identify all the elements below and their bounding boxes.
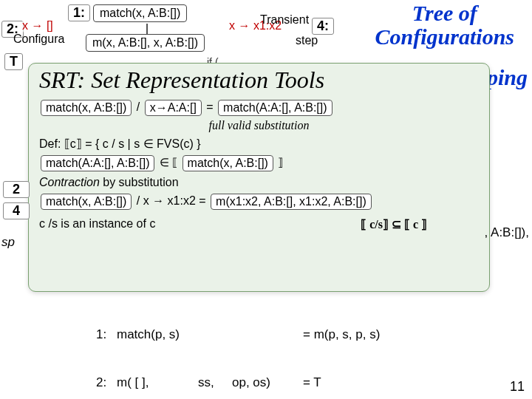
node-number-1: 1:: [68, 4, 90, 21]
rule-rhs: = m(p, s, p, s): [303, 327, 380, 343]
rule-num: 2:: [96, 375, 117, 391]
config-m: m(x, A:B:[], x, A:B:[]): [86, 34, 205, 52]
config-match-x: match(x, A:B:[]): [93, 4, 187, 22]
full-valid-sub-label: full valid substitution: [208, 119, 309, 132]
slash-2: /: [137, 194, 140, 207]
chip-m-result: m(x1:x2, A:B:[], x1:x2, A:B:[]): [211, 194, 372, 210]
rule-lhs-b: ss,: [198, 375, 232, 391]
sub-x-x1x2: x → x1:x2: [143, 194, 196, 207]
heading-fragment-ping: ping: [487, 65, 528, 90]
c-over-s-instance: c /s is an instance of c: [39, 217, 155, 231]
sp-label: sp: [1, 235, 15, 250]
srt-instance-line: c /s is an instance of c ⟦ c/s⟧ ⊆ ⟦ c ⟧: [39, 217, 479, 231]
chip-match-AA: match(A:A:[], A:B:[]): [218, 100, 332, 116]
sub-x-empty: x → []: [22, 19, 53, 33]
program-definition: 1: match(p, s) = m(p, s, p, s) 2: m( [ ]…: [96, 294, 528, 399]
srt-def-line: Def: ⟦c⟧ = { c / s | s ∈ FVS(c) }: [39, 137, 479, 151]
node-number-4: 4:: [312, 18, 334, 35]
title-line1: Tree of: [412, 1, 477, 25]
slide-title: Tree of Configurations: [375, 1, 514, 48]
sem-subset: ⟦ c/s⟧ ⊆ ⟦ c ⟧: [361, 217, 479, 231]
configura-label: Configura: [13, 33, 64, 46]
elem-open: ∈ ⟦: [160, 156, 177, 168]
trailing-fragment: , A:B:[]),: [485, 225, 529, 240]
chip-match-x-3: match(x, A:B:[]): [41, 194, 132, 210]
rule-lhs-a: m( [ ],: [117, 375, 198, 391]
srt-contraction-example: match(x, A:B:[]) / x → x1:x2 = m(x1:x2, …: [39, 194, 479, 210]
equals: =: [206, 100, 213, 113]
srt-membership-line: match(A:A:[], A:B:[]) ∈ ⟦ match(x, A:B:[…: [39, 155, 479, 171]
tree-edge: [146, 24, 148, 34]
rule-num: 1:: [96, 327, 117, 343]
by-substitution: by substitution: [100, 176, 179, 188]
left-num-4: 4: [3, 202, 30, 219]
chip-match-x: match(x, A:B:[]): [41, 100, 132, 116]
chip-match-AA-2: match(A:A:[], A:B:[]): [41, 155, 154, 171]
equals-2: =: [199, 194, 205, 207]
title-line2: Configurations: [375, 24, 514, 49]
chip-sub-x-AA: x→A:A:[]: [145, 100, 202, 116]
contraction-label: Contraction: [39, 176, 100, 188]
left-number-stack: 2 4: [3, 181, 30, 224]
page-number: 11: [510, 379, 525, 395]
rule-rhs: = T: [303, 375, 321, 391]
srt-heading: SRT: Set Representation Tools: [39, 66, 479, 94]
rule-lhs-c: op, os): [232, 375, 282, 391]
node-T: T: [4, 53, 23, 70]
slash: /: [137, 100, 140, 113]
rule-lhs: match(p, s): [117, 327, 303, 343]
chip-match-x-2: match(x, A:B:[]): [183, 155, 273, 171]
step-label: step: [296, 34, 318, 47]
srt-line-substitution: match(x, A:B:[]) / x→A:A:[] = match(A:A:…: [39, 100, 479, 116]
sem-close: ⟧: [278, 156, 283, 168]
srt-panel: SRT: Set Representation Tools match(x, A…: [28, 63, 490, 292]
left-num-2: 2: [3, 181, 30, 198]
transient-label: Transient: [260, 13, 309, 27]
srt-contraction-line: Contraction by substitution: [39, 176, 479, 189]
